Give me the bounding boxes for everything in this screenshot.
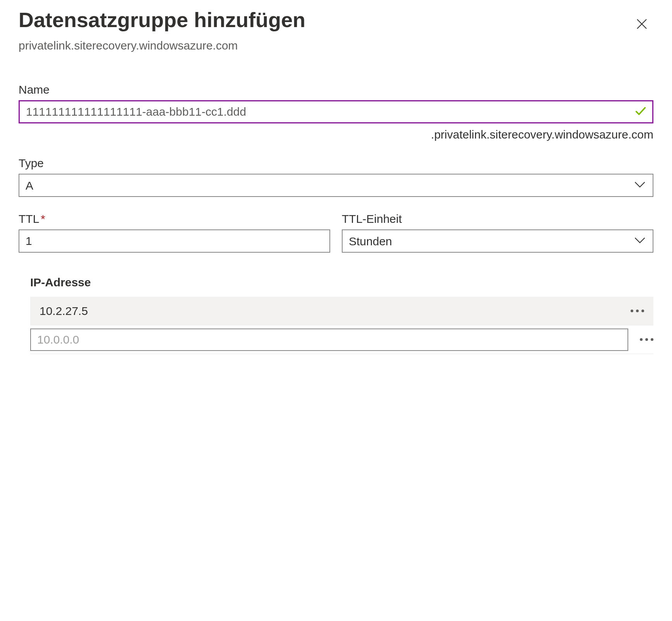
type-label: Type	[19, 157, 653, 170]
ip-address-label: IP-Adresse	[30, 276, 653, 289]
type-select[interactable]: A	[19, 174, 653, 197]
close-icon	[635, 17, 649, 32]
required-indicator: *	[41, 212, 45, 225]
checkmark-icon	[634, 104, 647, 119]
ip-row-new	[30, 325, 653, 354]
ip-row-more-button[interactable]	[637, 335, 653, 344]
close-button[interactable]	[630, 12, 653, 37]
panel-title: Datensatzgruppe hinzufügen	[19, 8, 305, 32]
name-suffix: .privatelink.siterecovery.windowsazure.c…	[19, 128, 653, 141]
name-label: Name	[19, 83, 653, 96]
ttl-unit-label: TTL-Einheit	[342, 212, 653, 226]
ip-row-more-button[interactable]	[627, 306, 644, 315]
ip-value: 10.2.27.5	[39, 305, 627, 318]
name-input[interactable]	[19, 100, 653, 123]
more-icon	[640, 338, 653, 341]
ip-new-input[interactable]	[30, 328, 628, 351]
panel-subtitle: privatelink.siterecovery.windowsazure.co…	[19, 39, 653, 52]
ip-row: 10.2.27.5	[30, 297, 653, 325]
ttl-input[interactable]	[19, 229, 330, 253]
ttl-label: TTL*	[19, 212, 330, 226]
ttl-unit-select[interactable]: Stunden	[342, 229, 653, 253]
more-icon	[631, 310, 644, 312]
